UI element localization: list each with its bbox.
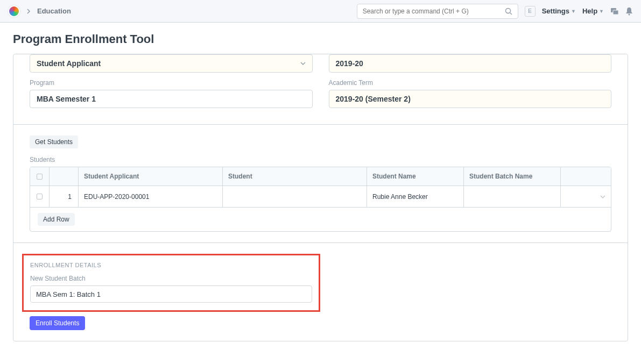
header-menu <box>561 167 611 185</box>
search-icon[interactable] <box>505 8 512 15</box>
app-logo[interactable] <box>8 5 20 17</box>
svg-point-4 <box>629 13 630 15</box>
row-checkbox[interactable] <box>37 194 43 199</box>
row-student[interactable] <box>223 186 367 207</box>
academic-term-label: Academic Term <box>329 79 612 87</box>
page-title-area: Program Enrollment Tool <box>0 23 641 54</box>
chevron-down-icon <box>300 62 306 65</box>
chevron-down-icon <box>600 195 605 198</box>
caret-down-icon: ▼ <box>599 9 604 14</box>
table-footer: Add Row <box>30 208 611 231</box>
students-section: Get Students Students Student Applicant … <box>13 125 628 242</box>
new-batch-input[interactable] <box>30 286 312 303</box>
chat-icon[interactable] <box>610 8 619 15</box>
svg-point-0 <box>505 8 510 13</box>
user-badge[interactable]: E <box>525 6 536 17</box>
bell-icon[interactable] <box>625 7 633 16</box>
settings-label: Settings <box>542 7 569 15</box>
enrollment-section: ENROLLMENT DETAILS New Student Batch Enr… <box>13 243 628 341</box>
select-all-checkbox[interactable] <box>37 174 43 180</box>
search-input[interactable] <box>363 8 505 15</box>
enroll-students-button[interactable]: Enroll Students <box>30 316 85 330</box>
header-student: Student <box>223 167 367 185</box>
academic-term-value: 2019-20 (Semester 2) <box>336 95 411 103</box>
row-batch[interactable] <box>464 186 561 207</box>
row-checkbox-cell <box>30 186 50 207</box>
program-value: MBA Semester 1 <box>37 95 96 103</box>
get-students-button[interactable]: Get Students <box>30 135 78 148</box>
table-header: Student Applicant Student Student Name S… <box>30 167 611 186</box>
program-input[interactable]: MBA Semester 1 <box>30 90 313 108</box>
enrollment-heading: ENROLLMENT DETAILS <box>30 262 312 268</box>
navbar: Education E Settings ▼ Help ▼ <box>0 0 641 23</box>
breadcrumb-education[interactable]: Education <box>37 7 71 15</box>
highlighted-enrollment-box: ENROLLMENT DETAILS New Student Batch <box>22 254 320 312</box>
svg-line-1 <box>510 12 512 15</box>
search-box[interactable] <box>357 4 518 19</box>
header-applicant: Student Applicant <box>79 167 223 185</box>
navbar-right: E Settings ▼ Help ▼ <box>357 4 633 19</box>
header-index-cell <box>50 167 79 185</box>
program-label: Program <box>30 79 313 87</box>
help-menu[interactable]: Help ▼ <box>582 7 604 15</box>
student-type-select[interactable]: Student Applicant <box>30 54 313 73</box>
settings-menu[interactable]: Settings ▼ <box>542 7 576 15</box>
row-index: 1 <box>50 186 79 207</box>
help-label: Help <box>582 7 597 15</box>
student-type-value: Student Applicant <box>37 59 101 68</box>
table-row[interactable]: 1 EDU-APP-2020-00001 Rubie Anne Becker <box>30 186 611 208</box>
chevron-right-icon <box>26 9 31 14</box>
main-card: Student Applicant Program MBA Semester 1… <box>13 54 628 341</box>
page-title: Program Enrollment Tool <box>13 32 628 46</box>
row-menu[interactable] <box>561 186 611 207</box>
caret-down-icon: ▼ <box>571 9 576 14</box>
new-batch-label: New Student Batch <box>30 275 312 282</box>
header-name: Student Name <box>367 167 464 185</box>
header-batch: Student Batch Name <box>464 167 561 185</box>
add-row-button[interactable]: Add Row <box>38 213 75 226</box>
students-table: Student Applicant Student Student Name S… <box>30 167 611 232</box>
academic-year-value: 2019-20 <box>336 59 363 68</box>
students-table-label: Students <box>30 156 611 163</box>
row-name[interactable]: Rubie Anne Becker <box>367 186 464 207</box>
academic-year-input[interactable]: 2019-20 <box>329 54 612 73</box>
header-checkbox-cell <box>30 167 50 185</box>
svg-rect-3 <box>613 10 618 15</box>
form-section-top: Student Applicant Program MBA Semester 1… <box>13 54 628 124</box>
row-applicant[interactable]: EDU-APP-2020-00001 <box>79 186 223 207</box>
academic-term-input[interactable]: 2019-20 (Semester 2) <box>329 90 612 108</box>
navbar-left: Education <box>8 5 71 17</box>
